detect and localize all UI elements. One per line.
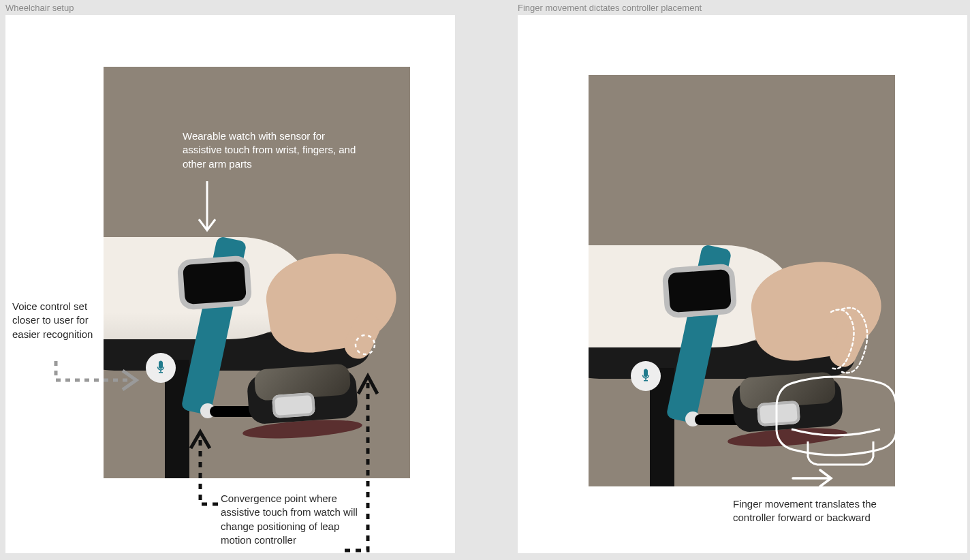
right-panel-label: Finger movement dictates controller plac… <box>518 3 702 13</box>
page: Wheelchair setup Finger movement dictate… <box>0 0 970 560</box>
right-photo <box>589 75 895 486</box>
left-photo: Wearable watch with sensor for assistive… <box>104 67 410 478</box>
microphone-icon <box>146 353 176 383</box>
watch-face <box>177 255 253 310</box>
left-panel: Wearable watch with sensor for assistive… <box>5 15 455 553</box>
leap-port <box>757 401 800 426</box>
voice-annotation: Voice control set closer to user for eas… <box>12 300 114 341</box>
right-panel: Finger movement translates the controlle… <box>518 15 967 553</box>
left-panel-label: Wheelchair setup <box>5 3 74 13</box>
watch-annotation: Wearable watch with sensor for assistive… <box>183 129 360 171</box>
leap-port <box>272 392 315 418</box>
watch-face <box>662 263 738 318</box>
microphone-icon <box>631 361 661 391</box>
finger-annotation: Finger movement translates the controlle… <box>733 497 896 525</box>
convergence-annotation: Convergence point where assistive touch … <box>221 492 371 547</box>
